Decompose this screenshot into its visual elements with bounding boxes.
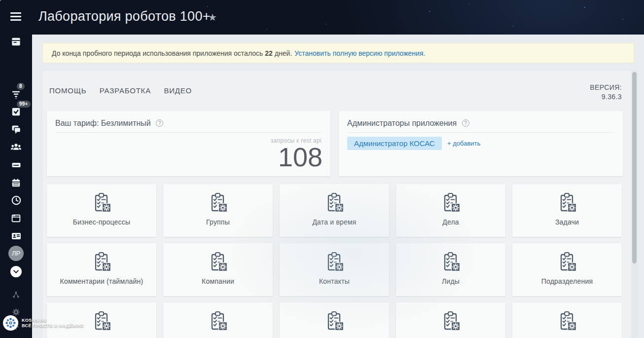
window-icon bbox=[10, 213, 22, 224]
drive-icon bbox=[10, 159, 22, 171]
clipboard-gear-icon bbox=[90, 310, 113, 333]
tile-label: Дела bbox=[396, 218, 505, 226]
clipboard-gear-icon bbox=[323, 251, 346, 273]
app-tile[interactable] bbox=[163, 302, 273, 338]
calendar-icon bbox=[10, 177, 22, 188]
tab-help[interactable]: ПОМОЩЬ bbox=[49, 86, 86, 95]
version-info: ВЕРСИЯ: 9.36.3 bbox=[590, 83, 622, 102]
favorite-star-icon[interactable]: ★ bbox=[208, 11, 217, 23]
tile-label: Комментарии (таймлайн) bbox=[47, 277, 156, 285]
scrollbar-track[interactable] bbox=[631, 71, 638, 338]
tariff-title-text: Ваш тариф: Безлимитный bbox=[55, 119, 151, 127]
divider bbox=[347, 132, 614, 133]
sidebar-item-time[interactable] bbox=[0, 193, 32, 207]
clock-icon bbox=[10, 194, 22, 206]
sidebar-collapse-button[interactable] bbox=[10, 266, 22, 277]
chat-icon bbox=[10, 123, 22, 135]
admins-card: Администраторы приложения ? Администрато… bbox=[339, 111, 623, 176]
chevron-down-icon bbox=[13, 270, 19, 273]
app-tile[interactable]: Лиды bbox=[396, 243, 505, 296]
version-value: 9.36.3 bbox=[590, 92, 622, 102]
install-full-version-link[interactable]: Установить полную версию приложения. bbox=[294, 49, 425, 57]
admin-user-badge[interactable]: Администратор КОСАС bbox=[347, 137, 442, 150]
left-sidebar: 8 99+ bbox=[0, 35, 32, 338]
tile-label: Компании bbox=[163, 277, 273, 285]
app-tile[interactable]: Группы bbox=[163, 184, 273, 237]
clipboard-gear-icon bbox=[556, 191, 578, 214]
sidebar-item-tasks[interactable]: 99+ bbox=[0, 105, 32, 118]
clipboard-gear-icon bbox=[90, 251, 113, 273]
vendor-logo: KOSAS.RU ВСЁ ПРОСТО И НАДЁЖНО bbox=[3, 315, 84, 331]
sidebar-item-employees[interactable] bbox=[0, 140, 32, 154]
app-tile[interactable] bbox=[512, 302, 622, 338]
filter-badge: 8 bbox=[17, 83, 25, 90]
feed-icon bbox=[10, 36, 22, 47]
clipboard-gear-icon bbox=[323, 191, 346, 214]
app-tile[interactable]: Контакты bbox=[280, 243, 389, 296]
starfield-decoration bbox=[0, 0, 1, 1]
app-tile[interactable]: Задачи bbox=[512, 184, 622, 237]
app-tabs: ПОМОЩЬ РАЗРАБОТКА ВИДЕО bbox=[49, 86, 203, 95]
sidebar-item-feed[interactable] bbox=[0, 35, 32, 48]
tile-label: Задачи bbox=[512, 218, 622, 226]
version-label: ВЕРСИЯ: bbox=[590, 83, 622, 92]
clipboard-gear-icon bbox=[207, 191, 229, 214]
main-content: До конца пробного периода использования … bbox=[32, 35, 644, 338]
avatar[interactable]: ЛР bbox=[8, 246, 24, 261]
people-icon bbox=[10, 141, 22, 153]
tab-video[interactable]: ВИДЕО bbox=[164, 86, 192, 95]
sitemap-icon bbox=[11, 290, 21, 300]
app-tile[interactable]: Дела bbox=[396, 184, 505, 237]
sidebar-item-drive[interactable] bbox=[0, 158, 32, 172]
trial-days: 22 bbox=[265, 49, 273, 57]
divider bbox=[55, 132, 322, 133]
app-tile[interactable]: Подразделения bbox=[512, 243, 622, 296]
add-admin-link[interactable]: + добавить bbox=[447, 140, 480, 147]
vendor-logo-icon bbox=[3, 315, 18, 331]
clipboard-gear-icon bbox=[439, 191, 462, 214]
sidebar-item-calendar[interactable] bbox=[0, 176, 32, 189]
hamburger-menu-icon[interactable] bbox=[10, 12, 21, 21]
contact-card-icon bbox=[10, 230, 22, 242]
clipboard-gear-icon bbox=[556, 251, 578, 273]
vendor-logo-line2: ВСЁ ПРОСТО И НАДЁЖНО bbox=[22, 323, 84, 329]
sidebar-item-crm[interactable] bbox=[0, 229, 32, 243]
trial-text-after: дней. bbox=[275, 49, 292, 57]
help-icon[interactable]: ? bbox=[462, 119, 469, 127]
top-header: Лаборатория роботов 100+ ★ bbox=[0, 0, 644, 35]
app-tile[interactable]: Дата и время bbox=[280, 184, 389, 237]
sidebar-item-filter[interactable]: 8 bbox=[0, 87, 32, 101]
app-panel: ПОМОЩЬ РАЗРАБОТКА ВИДЕО ВЕРСИЯ: 9.36.3 В… bbox=[42, 71, 638, 338]
trial-text: До конца пробного периода использования … bbox=[52, 49, 263, 57]
tariff-card-title: Ваш тариф: Безлимитный ? bbox=[55, 119, 163, 128]
app-tile[interactable] bbox=[396, 302, 505, 338]
app-tile[interactable]: Компании bbox=[163, 243, 273, 296]
tile-label: Бизнес-процессы bbox=[47, 218, 156, 226]
app-tile[interactable]: Комментарии (таймлайн) bbox=[47, 243, 156, 296]
rest-api-metric-value: 108 bbox=[278, 144, 322, 170]
tasks-badge: 99+ bbox=[17, 101, 31, 108]
app-tile[interactable]: Бизнес-процессы bbox=[47, 184, 156, 237]
sidebar-item-structure[interactable] bbox=[0, 288, 32, 301]
scrollbar-thumb[interactable] bbox=[632, 72, 637, 263]
clipboard-gear-icon bbox=[207, 251, 229, 273]
tile-label: Дата и время bbox=[280, 218, 389, 226]
tariff-card: Ваш тариф: Безлимитный ? запросы к rest … bbox=[47, 111, 330, 176]
page-title: Лаборатория роботов 100+ bbox=[38, 9, 211, 24]
tile-label: Лиды bbox=[396, 277, 505, 285]
help-icon[interactable]: ? bbox=[156, 119, 163, 127]
clipboard-gear-icon bbox=[556, 310, 578, 333]
sidebar-item-workgroups[interactable] bbox=[0, 211, 32, 225]
admins-card-title: Администраторы приложения ? bbox=[347, 119, 469, 128]
vendor-logo-line1: KOSAS.RU bbox=[22, 318, 84, 323]
tile-label: Группы bbox=[163, 218, 273, 226]
clipboard-gear-icon bbox=[439, 251, 462, 273]
app-tile[interactable] bbox=[280, 302, 389, 338]
tile-label: Подразделения bbox=[512, 277, 622, 285]
trial-period-banner: До конца пробного периода использования … bbox=[42, 43, 634, 63]
sidebar-item-chat[interactable] bbox=[0, 122, 32, 136]
tab-development[interactable]: РАЗРАБОТКА bbox=[100, 86, 151, 95]
clipboard-gear-icon bbox=[323, 310, 346, 333]
admins-title-text: Администраторы приложения bbox=[347, 119, 457, 127]
tile-label: Контакты bbox=[280, 277, 389, 285]
